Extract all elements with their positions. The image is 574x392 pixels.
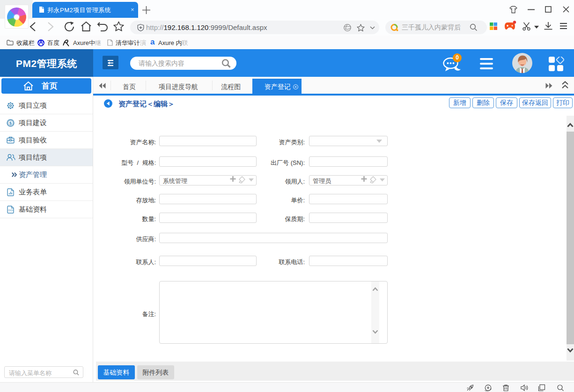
- svg-text:OIOI: OIOI: [8, 209, 13, 212]
- svg-text:$: $: [9, 120, 12, 126]
